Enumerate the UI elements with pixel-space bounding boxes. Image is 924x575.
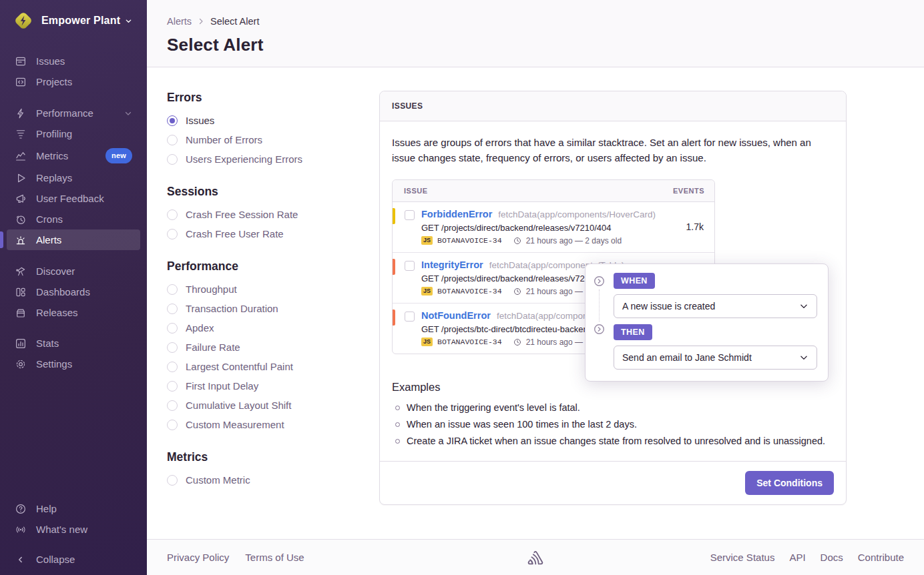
alert-option-transaction-duration[interactable]: Transaction Duration bbox=[167, 303, 379, 314]
option-label: Crash Free User Rate bbox=[186, 228, 284, 239]
help-icon bbox=[15, 503, 27, 515]
sidebar-item-discover[interactable]: Discover bbox=[7, 261, 140, 281]
radio-button[interactable] bbox=[167, 362, 178, 372]
platform-badge: JS bbox=[421, 236, 433, 245]
alert-option-custom-metric[interactable]: Custom Metric bbox=[167, 474, 379, 486]
issue-link[interactable]: IntegrityError bbox=[421, 259, 483, 270]
breadcrumb-current: Select Alert bbox=[210, 16, 259, 27]
main-content: Errors Issues Number of Errors Users Exp… bbox=[147, 68, 924, 539]
api-link[interactable]: API bbox=[789, 552, 805, 563]
breadcrumb-alerts-link[interactable]: Alerts bbox=[167, 16, 192, 27]
sidebar-item-label: What's new bbox=[36, 523, 132, 536]
sidebar-item-alerts[interactable]: Alerts bbox=[7, 229, 140, 250]
sidebar-item-issues[interactable]: Issues bbox=[7, 51, 140, 71]
contribute-link[interactable]: Contribute bbox=[858, 552, 904, 563]
chevron-down-icon bbox=[124, 109, 132, 117]
alert-option-number-of-errors[interactable]: Number of Errors bbox=[167, 134, 379, 145]
radio-button[interactable] bbox=[167, 229, 178, 239]
sidebar-item-label: Metrics bbox=[36, 149, 96, 162]
service-status-link[interactable]: Service Status bbox=[710, 552, 775, 563]
alert-option-crash-free-session-rate[interactable]: Crash Free Session Rate bbox=[167, 209, 379, 220]
column-events: EVENTS bbox=[673, 187, 704, 195]
radio-button[interactable] bbox=[167, 475, 178, 486]
sentry-logo[interactable] bbox=[527, 549, 544, 566]
alert-option-issues[interactable]: Issues bbox=[167, 115, 379, 126]
privacy-policy-link[interactable]: Privacy Policy bbox=[167, 552, 229, 563]
metrics-icon bbox=[15, 150, 27, 162]
sidebar-item-settings[interactable]: Settings bbox=[7, 354, 140, 374]
when-select[interactable]: A new issue is created bbox=[614, 294, 817, 318]
level-indicator bbox=[393, 310, 395, 326]
terms-of-use-link[interactable]: Terms of Use bbox=[245, 552, 304, 563]
then-select[interactable]: Send an email to Jane Schmidt bbox=[614, 346, 817, 370]
alert-option-cumulative-layout-shift[interactable]: Cumulative Layout Shift bbox=[167, 400, 379, 411]
radio-button[interactable] bbox=[167, 154, 178, 165]
issue-checkbox[interactable] bbox=[405, 261, 415, 271]
examples-heading: Examples bbox=[392, 381, 834, 394]
sidebar-item-help[interactable]: Help bbox=[7, 498, 140, 519]
conditions-preview-card: WHEN A new issue is created THEN Send an… bbox=[585, 263, 829, 382]
radio-button[interactable] bbox=[167, 420, 178, 430]
org-switcher[interactable]: Empower Plant bbox=[0, 0, 147, 40]
clock-icon bbox=[513, 288, 521, 296]
radio-button[interactable] bbox=[167, 304, 178, 314]
alert-option-users-experiencing-errors[interactable]: Users Experiencing Errors bbox=[167, 153, 379, 165]
sidebar-item-projects[interactable]: Projects bbox=[7, 71, 140, 92]
sidebar-collapse-button[interactable]: Collapse bbox=[7, 549, 140, 570]
docs-link[interactable]: Docs bbox=[821, 552, 843, 563]
radio-button[interactable] bbox=[167, 323, 178, 334]
sidebar-item-releases[interactable]: Releases bbox=[7, 302, 140, 323]
sidebar-item-label: Releases bbox=[36, 306, 132, 319]
radio-button[interactable] bbox=[167, 115, 178, 126]
page-title: Select Alert bbox=[167, 35, 924, 55]
alert-option-throughput[interactable]: Throughput bbox=[167, 283, 379, 295]
option-label: Custom Metric bbox=[186, 474, 250, 486]
radio-button[interactable] bbox=[167, 342, 178, 353]
radio-button[interactable] bbox=[167, 284, 178, 295]
sidebar-item-label: Performance bbox=[36, 107, 115, 119]
alert-option-custom-measurement[interactable]: Custom Measurement bbox=[167, 419, 379, 430]
sidebar-nav: Issues Projects Performance Profiling Me… bbox=[0, 40, 147, 374]
issue-link[interactable]: ForbiddenError bbox=[421, 209, 492, 219]
radio-button[interactable] bbox=[167, 135, 178, 145]
alert-option-failure-rate[interactable]: Failure Rate bbox=[167, 342, 379, 353]
option-label: Users Experiencing Errors bbox=[186, 153, 302, 165]
platform-badge: JS bbox=[421, 338, 433, 346]
radio-button[interactable] bbox=[167, 400, 178, 411]
sidebar-item-performance[interactable]: Performance bbox=[7, 103, 140, 123]
sidebar-item-stats[interactable]: Stats bbox=[7, 333, 140, 354]
replays-icon bbox=[15, 172, 27, 184]
option-label: Throughput bbox=[186, 283, 237, 295]
sidebar-item-profiling[interactable]: Profiling bbox=[7, 123, 140, 144]
sidebar-item-metrics[interactable]: Metrics new bbox=[7, 144, 140, 167]
issue-link[interactable]: NotFoundError bbox=[421, 310, 491, 321]
radio-button[interactable] bbox=[167, 209, 178, 220]
page-header: Alerts Select Alert Select Alert bbox=[147, 0, 924, 67]
crons-icon bbox=[15, 213, 27, 225]
option-label: Apdex bbox=[186, 322, 214, 334]
alert-option-apdex[interactable]: Apdex bbox=[167, 322, 379, 334]
radio-button[interactable] bbox=[167, 381, 178, 392]
option-label: Largest Contentful Paint bbox=[186, 361, 293, 372]
org-name: Empower Plant bbox=[41, 15, 132, 27]
sidebar-item-dashboards[interactable]: Dashboards bbox=[7, 281, 140, 302]
alert-option-first-input-delay[interactable]: First Input Delay bbox=[167, 380, 379, 392]
sidebar-item-replays[interactable]: Replays bbox=[7, 167, 140, 188]
issue-checkbox[interactable] bbox=[405, 210, 415, 220]
sidebar-item-label: Issues bbox=[36, 55, 132, 67]
sidebar: Empower Plant Issues Projects Performanc… bbox=[0, 0, 147, 575]
sidebar-item-whats-new[interactable]: What's new bbox=[7, 519, 140, 540]
sidebar-item-label: Help bbox=[36, 502, 132, 515]
dashboards-icon bbox=[15, 286, 27, 298]
when-badge: WHEN bbox=[614, 273, 655, 289]
sidebar-item-user-feedback[interactable]: User Feedback bbox=[7, 188, 140, 209]
issue-checkbox[interactable] bbox=[405, 312, 415, 322]
projects-icon bbox=[15, 76, 27, 88]
sidebar-item-crons[interactable]: Crons bbox=[7, 209, 140, 229]
set-conditions-button[interactable]: Set Conditions bbox=[745, 471, 834, 495]
alert-option-largest-contentful-paint[interactable]: Largest Contentful Paint bbox=[167, 361, 379, 372]
panel-footer: Set Conditions bbox=[380, 461, 846, 504]
alert-option-crash-free-user-rate[interactable]: Crash Free User Rate bbox=[167, 228, 379, 239]
level-indicator bbox=[393, 208, 395, 224]
then-select-value: Send an email to Jane Schmidt bbox=[622, 352, 752, 363]
